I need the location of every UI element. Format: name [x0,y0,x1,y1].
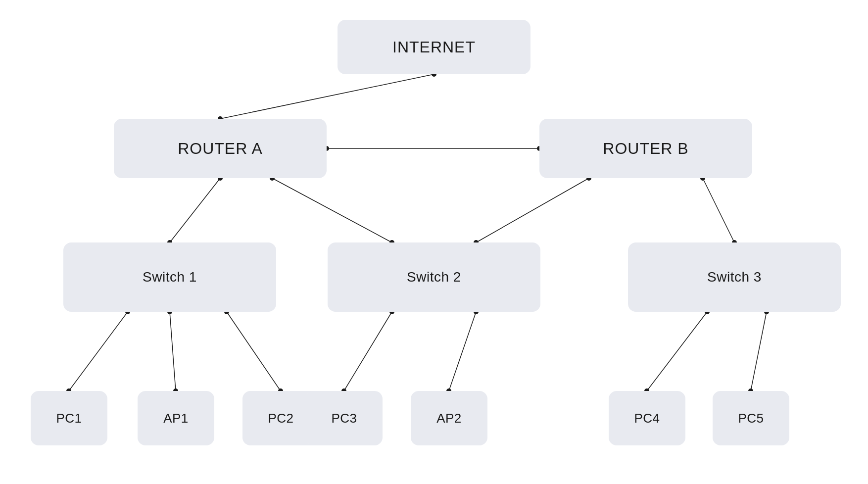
svg-line-24 [227,312,281,391]
pc5-label: PC5 [738,411,764,426]
internet-label: INTERNET [392,38,476,56]
pc4-label: PC4 [634,411,660,426]
ap2-label: AP2 [436,411,462,426]
pc2-label: PC2 [268,411,293,426]
pc3-node: PC3 [306,391,383,445]
pc5-node: PC5 [713,391,789,445]
svg-line-0 [220,74,434,119]
switch2-node: Switch 2 [328,242,540,312]
svg-line-6 [170,178,220,242]
switch3-node: Switch 3 [628,242,841,312]
svg-line-30 [449,312,476,391]
svg-line-27 [344,312,392,391]
svg-line-36 [751,312,767,391]
switch3-label: Switch 3 [707,269,762,285]
pc1-label: PC1 [56,411,82,426]
pc3-label: PC3 [331,411,357,426]
svg-line-15 [703,178,734,242]
svg-line-18 [69,312,128,391]
ap1-node: AP1 [138,391,214,445]
svg-line-9 [272,178,392,242]
switch2-label: Switch 2 [407,269,461,285]
svg-line-21 [170,312,176,391]
svg-line-12 [476,178,589,242]
ap1-label: AP1 [163,411,189,426]
router-a-node: ROUTER A [114,119,327,178]
router-a-label: ROUTER A [178,140,263,158]
network-diagram: INTERNET ROUTER A ROUTER B Switch 1 Swit… [0,0,868,484]
switch1-label: Switch 1 [143,269,197,285]
svg-line-33 [647,312,707,391]
router-b-node: ROUTER B [539,119,752,178]
switch1-node: Switch 1 [63,242,276,312]
pc1-node: PC1 [31,391,107,445]
ap2-node: AP2 [411,391,487,445]
internet-node: INTERNET [338,20,530,74]
pc4-node: PC4 [609,391,685,445]
router-b-label: ROUTER B [603,140,688,158]
